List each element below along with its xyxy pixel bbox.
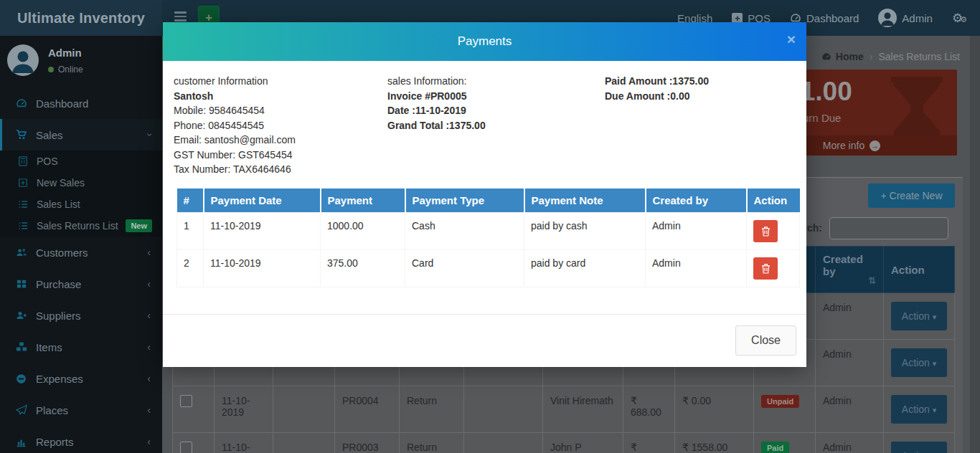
payments-table: # Payment Date Payment Payment Type Paym… bbox=[176, 189, 800, 287]
customer-name: Santosh bbox=[174, 89, 296, 104]
dashboard-icon bbox=[821, 52, 831, 62]
row-action-dropdown[interactable]: Action ▾ bbox=[891, 395, 947, 424]
column-header-action[interactable]: Action bbox=[884, 247, 955, 293]
row-action-dropdown[interactable]: Action ▾ bbox=[891, 302, 947, 330]
new-badge: New bbox=[126, 219, 152, 232]
online-dot-icon bbox=[48, 67, 54, 72]
sidebar-item-sales-list[interactable]: Sales List bbox=[0, 194, 162, 215]
status-badge: Unpaid bbox=[761, 395, 799, 408]
payments-col-type: Payment Type bbox=[405, 189, 524, 213]
modal-title: Payments bbox=[163, 22, 806, 61]
list-icon bbox=[18, 221, 28, 231]
sidebar-item-items[interactable]: Items ‹ bbox=[0, 331, 162, 363]
user-plus-icon bbox=[16, 310, 27, 321]
cubes-icon bbox=[16, 341, 27, 353]
app-logo[interactable]: Ultimate Inventory bbox=[0, 0, 162, 36]
row-checkbox[interactable] bbox=[180, 395, 192, 407]
avatar bbox=[878, 9, 897, 27]
dashboard-label: Dashboard bbox=[806, 12, 859, 24]
breadcrumb: Home › Sales Returns List bbox=[821, 51, 960, 62]
sort-icon: ⇅ bbox=[868, 275, 876, 286]
settings-gears-icon[interactable]: ⚙⚙ bbox=[952, 11, 967, 26]
sidebar-item-purchase[interactable]: Purchase ‹ bbox=[0, 268, 162, 300]
topbar-user-name: Admin bbox=[902, 12, 933, 24]
chevron-left-icon: ‹ bbox=[147, 373, 151, 384]
payments-modal: Payments × customer Information Santosh … bbox=[163, 22, 806, 367]
user-status: Online bbox=[48, 65, 83, 75]
sales-submenu: POS New Sales Sales List Sales Returns L… bbox=[0, 151, 162, 237]
caret-down-icon: ▾ bbox=[933, 406, 937, 414]
paid-amount: Paid Amount :1375.00 bbox=[605, 74, 709, 89]
sidebar-item-reports[interactable]: Reports ‹ bbox=[0, 426, 162, 453]
caret-down-icon: ▾ bbox=[933, 359, 937, 368]
trash-icon bbox=[761, 263, 771, 274]
chevron-left-icon: ‹ bbox=[147, 310, 151, 321]
minus-circle-icon bbox=[16, 373, 27, 384]
sidebar-item-customers[interactable]: Customers ‹ bbox=[0, 237, 162, 268]
modal-footer: Close bbox=[163, 314, 806, 367]
create-new-button[interactable]: + Create New bbox=[868, 183, 955, 208]
customer-information: customer Information Santosh Mobile: 958… bbox=[174, 74, 296, 177]
sidebar-item-sales-returns-list[interactable]: Sales Returns List New bbox=[0, 215, 162, 237]
dashboard-icon bbox=[16, 97, 27, 109]
sales-information: sales Information: Invoice #PR0005 Date … bbox=[387, 74, 486, 133]
sidebar-item-dashboard[interactable]: Dashboard bbox=[0, 87, 162, 119]
sidebar-user-panel: Admin Online bbox=[0, 36, 162, 87]
avatar bbox=[7, 44, 39, 76]
scrollbar-area[interactable] bbox=[970, 36, 980, 453]
list-icon bbox=[18, 199, 28, 209]
sidebar-item-places[interactable]: Places ‹ bbox=[0, 394, 162, 426]
users-icon bbox=[16, 247, 27, 258]
plus-icon: + bbox=[881, 190, 887, 201]
breadcrumb-home[interactable]: Home bbox=[821, 51, 864, 62]
sidebar-item-expenses[interactable]: Expenses ‹ bbox=[0, 363, 162, 394]
th-large-icon bbox=[17, 279, 27, 289]
caret-down-icon: ▾ bbox=[933, 313, 937, 321]
table-row: 11-10-2019 PR0004 Return Vinit Hiremath … bbox=[173, 386, 955, 433]
table-row: 11-10-2019 PR0003 Return John P ₹ 1558.0… bbox=[173, 433, 955, 453]
cart-icon bbox=[16, 129, 27, 140]
sidebar-item-new-sales[interactable]: New Sales bbox=[0, 172, 162, 194]
row-action-dropdown[interactable]: Action ▾ bbox=[891, 348, 947, 377]
payment-row: 2 11-10-2019 375.00 Card paid by card Ad… bbox=[177, 250, 800, 287]
chevron-left-icon: ‹ bbox=[147, 341, 151, 353]
row-action-dropdown[interactable]: Action ▾ bbox=[891, 442, 947, 453]
delete-payment-button[interactable] bbox=[753, 257, 778, 280]
row-checkbox[interactable] bbox=[180, 442, 192, 453]
column-header-created-by[interactable]: Created by⇅ bbox=[816, 247, 884, 293]
chevron-down-icon: ‹ bbox=[143, 133, 155, 137]
payments-col-payment: Payment bbox=[321, 189, 405, 213]
arrow-circle-right-icon: → bbox=[870, 140, 880, 151]
amount-summary: Paid Amount :1375.00 Due Amount :0.00 bbox=[605, 74, 709, 103]
search-input[interactable] bbox=[829, 217, 948, 239]
payments-col-note: Payment Note bbox=[524, 189, 646, 213]
delete-payment-button[interactable] bbox=[753, 220, 778, 242]
topbar-user-menu[interactable]: Admin bbox=[878, 9, 933, 27]
sidebar-item-sales[interactable]: Sales ‹ bbox=[0, 119, 162, 151]
payments-col-created-by: Created by bbox=[646, 189, 747, 213]
chevron-left-icon: ‹ bbox=[147, 436, 151, 447]
payments-col-action: Action bbox=[747, 189, 800, 213]
payments-col-date: Payment Date bbox=[204, 189, 321, 213]
sidebar-item-pos[interactable]: POS bbox=[0, 151, 162, 172]
modal-header: Payments × bbox=[163, 22, 806, 61]
payments-col-sn: # bbox=[177, 189, 204, 213]
paper-plane-icon bbox=[16, 404, 27, 416]
sidebar: Admin Online Dashboard Sales ‹ POS New S… bbox=[0, 36, 162, 453]
sidebar-toggle-icon[interactable] bbox=[174, 11, 187, 23]
sidebar-user-name: Admin bbox=[48, 47, 83, 59]
calculator-icon bbox=[18, 156, 28, 166]
breadcrumb-separator: › bbox=[870, 51, 873, 62]
status-badge: Paid bbox=[761, 442, 789, 453]
close-button[interactable]: Close bbox=[735, 325, 796, 356]
payment-row: 1 11-10-2019 1000.00 Cash paid by cash A… bbox=[177, 213, 800, 250]
sidebar-item-suppliers[interactable]: Suppliers ‹ bbox=[0, 300, 162, 331]
chevron-left-icon: ‹ bbox=[147, 404, 151, 416]
close-icon[interactable]: × bbox=[787, 31, 796, 48]
chevron-left-icon: ‹ bbox=[147, 278, 151, 290]
breadcrumb-current: Sales Returns List bbox=[878, 51, 960, 62]
bar-chart-icon bbox=[16, 437, 27, 447]
chevron-left-icon: ‹ bbox=[147, 247, 151, 258]
trash-icon bbox=[761, 226, 771, 237]
plus-square-icon bbox=[18, 178, 28, 188]
